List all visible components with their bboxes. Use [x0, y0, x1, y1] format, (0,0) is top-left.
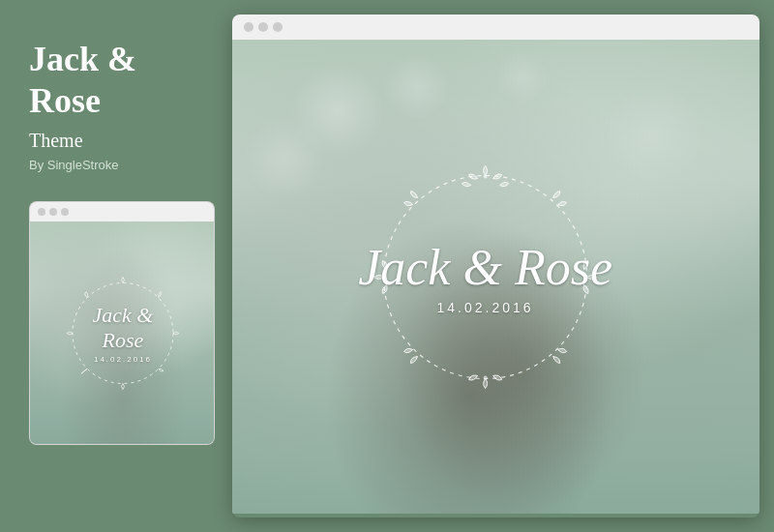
large-dot-3 [273, 22, 283, 32]
small-couple-name: Jack & Rose [76, 303, 169, 353]
large-browser-bar [232, 15, 759, 40]
dot-3 [61, 208, 69, 216]
large-dot-1 [244, 22, 253, 32]
small-overlay: Jack & Rose 14.02.2016 [76, 303, 169, 364]
large-text-overlay: Jack & Rose 14.02.2016 [358, 239, 612, 315]
sidebar: Jack & Rose Theme By SingleStroke [0, 0, 232, 532]
small-preview-image: Jack & Rose 14.02.2016 [30, 222, 215, 444]
small-date: 14.02.2016 [76, 355, 169, 364]
large-couple-name: Jack & Rose [358, 239, 612, 296]
large-overlay: Jack & Rose 14.02.2016 [358, 239, 612, 315]
svg-point-2 [484, 174, 488, 178]
theme-author: By SingleStroke [29, 158, 203, 172]
large-date: 14.02.2016 [358, 300, 612, 315]
small-browser-preview: Jack & Rose 14.02.2016 [29, 201, 215, 445]
large-dot-2 [258, 22, 268, 32]
dot-1 [38, 208, 45, 216]
svg-point-3 [484, 375, 488, 379]
large-browser-preview: Jack & Rose 14.02.2016 [232, 15, 759, 517]
small-text-overlay: Jack & Rose 14.02.2016 [76, 303, 169, 364]
main-content: Jack & Rose 14.02.2016 [232, 0, 774, 532]
theme-title: Jack & Rose [29, 39, 203, 122]
dot-2 [49, 208, 57, 216]
large-preview-image: Jack & Rose 14.02.2016 [232, 40, 759, 514]
small-browser-bar [30, 202, 214, 222]
theme-subtitle: Theme [29, 130, 203, 152]
